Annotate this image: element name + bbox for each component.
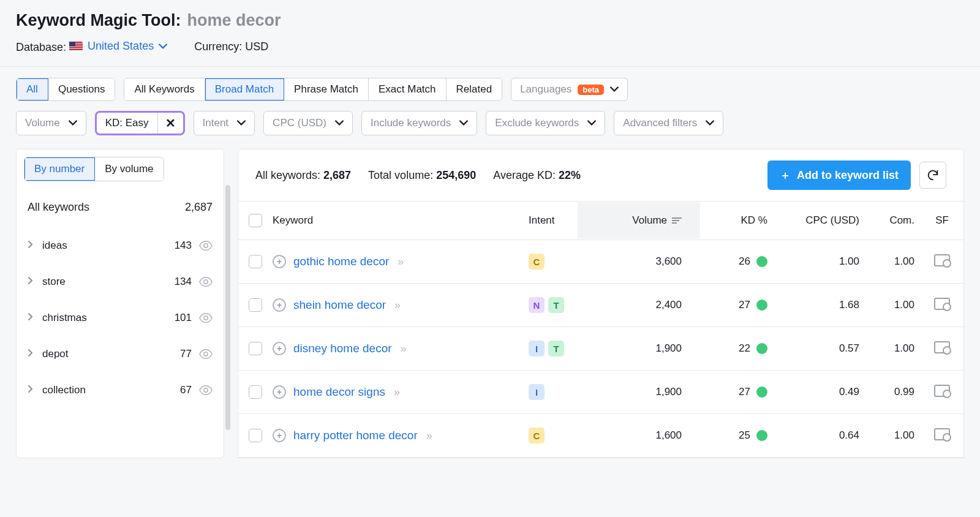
col-intent[interactable]: Intent [522,202,578,239]
table-row: + disney home decor » IT 1,900 22 0.57 1… [238,327,963,371]
table-row: + gothic home decor » C 3,600 26 1.00 1.… [238,240,963,284]
sidebar-item-count: 67 [180,384,192,396]
sidebar-tab-by-volume[interactable]: By volume [95,157,163,181]
chevron-down-icon [459,119,468,127]
expand-icon[interactable]: » [394,299,401,312]
expand-icon[interactable]: » [394,386,400,399]
serp-features-icon[interactable] [934,385,950,397]
volume-filter[interactable]: Volume [16,111,86,135]
difficulty-dot-icon [756,430,767,441]
expand-icon[interactable]: » [426,429,432,442]
refresh-icon [926,168,940,182]
keyword-link[interactable]: disney home decor [293,342,392,355]
sidebar-item[interactable]: collection 67 [17,372,224,408]
sidebar-item[interactable]: store 134 [17,263,224,300]
eye-icon[interactable] [199,277,213,287]
keyword-link[interactable]: shein home decor [293,298,386,312]
add-keyword-icon[interactable]: + [273,255,286,268]
tab-broad-match[interactable]: Broad Match [205,78,284,100]
kd-filter-label[interactable]: KD: Easy [97,113,158,134]
sidebar-all-label: All keywords [28,201,89,214]
tab-questions[interactable]: Questions [48,78,115,100]
intent-badge-T: T [548,297,564,313]
col-cpc[interactable]: CPC (USD) [774,202,865,239]
chevron-down-icon [159,42,167,51]
keyword-link[interactable]: gothic home decor [293,255,389,268]
svg-point-4 [204,388,208,392]
cell-volume: 1,600 [578,416,700,455]
cell-com: 0.99 [865,372,921,412]
cell-cpc: 0.57 [774,329,865,368]
add-keyword-icon[interactable]: + [273,298,286,312]
svg-point-2 [204,316,208,320]
row-checkbox[interactable] [249,298,262,312]
scrollbar[interactable] [225,185,230,430]
database-selector[interactable]: United States [69,40,167,53]
keyword-link[interactable]: home decor signs [293,385,385,399]
serp-features-icon[interactable] [934,341,950,353]
difficulty-dot-icon [756,343,767,354]
exclude-keywords-filter[interactable]: Exclude keywords [486,111,605,135]
row-checkbox[interactable] [249,342,262,355]
results-summary: All keywords: 2,687 Total volume: 254,69… [238,149,964,202]
expand-icon[interactable]: » [401,342,407,355]
intent-badge-I: I [529,384,545,400]
svg-point-0 [204,244,208,247]
sidebar-item[interactable]: christmas 101 [17,300,224,336]
sidebar-all-count: 2,687 [185,201,213,214]
intent-filter[interactable]: Intent [194,111,255,135]
kd-filter-clear[interactable]: ✕ [158,113,183,134]
chevron-right-icon [28,384,34,396]
intent-badge-T: T [548,341,564,357]
languages-dropdown[interactable]: Languages beta [511,78,628,101]
sidebar-item[interactable]: depot 77 [17,336,224,372]
col-com[interactable]: Com. [865,202,921,239]
sidebar-item-label: collection [42,384,86,396]
add-keyword-icon[interactable]: + [273,385,286,399]
cell-kd: 27 [700,372,774,412]
col-kd[interactable]: KD % [700,202,774,239]
chevron-down-icon [706,119,714,127]
row-checkbox[interactable] [249,255,262,268]
add-keyword-icon[interactable]: + [273,429,286,442]
plus-icon: ＋ [780,168,791,183]
cell-com: 1.00 [865,285,921,325]
serp-features-icon[interactable] [934,298,950,310]
page-title: Keyword Magic Tool: [16,11,181,30]
tab-all[interactable]: All [17,78,48,100]
tab-phrase-match[interactable]: Phrase Match [284,78,369,100]
intent-badge-C: C [529,428,545,443]
eye-icon[interactable] [199,313,213,323]
row-checkbox[interactable] [249,429,262,442]
refresh-button[interactable] [919,162,946,189]
eye-icon[interactable] [199,349,213,359]
chevron-right-icon [28,348,34,360]
keyword-link[interactable]: harry potter home decor [293,429,418,442]
sidebar-item[interactable]: ideas 143 [17,227,224,263]
expand-icon[interactable]: » [398,255,404,268]
eye-icon[interactable] [199,385,213,395]
eye-icon[interactable] [199,241,213,251]
row-checkbox[interactable] [249,385,262,399]
tab-all-keywords[interactable]: All Keywords [124,78,205,100]
sidebar-item-count: 77 [180,348,192,360]
tab-exact-match[interactable]: Exact Match [369,78,447,100]
intent-badge-N: N [529,297,545,313]
advanced-filters[interactable]: Advanced filters [614,111,723,135]
filter-bar-2: Volume KD: Easy ✕ Intent CPC (USD) Inclu… [0,101,980,149]
cpc-filter[interactable]: CPC (USD) [263,111,353,135]
svg-point-1 [204,280,208,284]
col-keyword[interactable]: Keyword [273,202,522,239]
tab-related[interactable]: Related [447,78,502,100]
sidebar-all-keywords[interactable]: All keywords 2,687 [17,189,224,227]
select-all-checkbox[interactable] [249,214,262,227]
serp-features-icon[interactable] [934,428,950,440]
add-keyword-icon[interactable]: + [273,342,286,355]
col-volume[interactable]: Volume [578,202,700,239]
col-sf[interactable]: SF [921,202,963,239]
sidebar-tab-by-number[interactable]: By number [24,157,95,181]
sidebar-item-count: 143 [175,240,192,252]
serp-features-icon[interactable] [934,254,950,266]
add-to-keyword-list-button[interactable]: ＋ Add to keyword list [767,160,911,190]
include-keywords-filter[interactable]: Include keywords [361,111,477,135]
